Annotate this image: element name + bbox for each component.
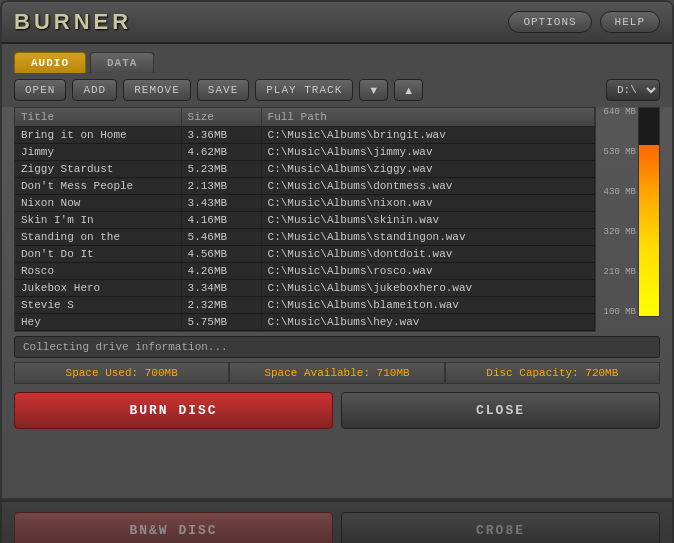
- info-bar: Space Used: 700MB Space Available: 710MB…: [14, 362, 660, 384]
- track-size: 4.56MB: [182, 246, 262, 262]
- track-size: 5.46MB: [182, 229, 262, 245]
- track-size: 2.32MB: [182, 297, 262, 313]
- track-title: Jukebox Hero: [15, 280, 182, 296]
- table-row[interactable]: Jukebox Hero 3.34MB C:\Music\Albums\juke…: [15, 280, 595, 297]
- track-size: 4.26MB: [182, 263, 262, 279]
- track-list: Title Size Full Path Bring it on Home 3.…: [14, 107, 596, 332]
- meter-labels: 640 MB 530 MB 430 MB 320 MB 210 MB 100 M…: [604, 107, 636, 317]
- ghost-burn-button[interactable]: BN&W DISC: [14, 512, 333, 544]
- drive-select[interactable]: D:\ E:\ F:\: [606, 79, 660, 101]
- label-210: 210 MB: [604, 267, 636, 277]
- table-row[interactable]: Stevie S 2.32MB C:\Music\Albums\blameito…: [15, 297, 595, 314]
- table-row[interactable]: Standing on the 5.46MB C:\Music\Albums\s…: [15, 229, 595, 246]
- track-title: Hey: [15, 314, 182, 330]
- content-area: Title Size Full Path Bring it on Home 3.…: [2, 107, 672, 332]
- table-row[interactable]: Don't Do It 4.56MB C:\Music\Albums\dontd…: [15, 246, 595, 263]
- track-title: Standing on the: [15, 229, 182, 245]
- track-size: 3.34MB: [182, 280, 262, 296]
- label-100: 100 MB: [604, 307, 636, 317]
- table-row[interactable]: Nixon Now 3.43MB C:\Music\Albums\nixon.w…: [15, 195, 595, 212]
- arrow-down-button[interactable]: ▼: [359, 79, 388, 101]
- ghost-window: BN&W DISC CRO8E: [0, 500, 674, 543]
- table-row[interactable]: Hey 5.75MB C:\Music\Albums\hey.wav: [15, 314, 595, 331]
- track-path: C:\Music\Albums\skinin.wav: [262, 212, 595, 228]
- track-path: C:\Music\Albums\nixon.wav: [262, 195, 595, 211]
- meter-section: 640 MB 530 MB 430 MB 320 MB 210 MB 100 M…: [604, 107, 660, 332]
- burn-disc-button[interactable]: BURN DISC: [14, 392, 333, 429]
- track-path: C:\Music\Albums\bringit.wav: [262, 127, 595, 143]
- track-size: 3.43MB: [182, 195, 262, 211]
- col-size: Size: [182, 108, 262, 126]
- track-title: Rosco: [15, 263, 182, 279]
- track-path: C:\Music\Albums\ziggy.wav: [262, 161, 595, 177]
- track-title: Bring it on Home: [15, 127, 182, 143]
- track-title: Skin I'm In: [15, 212, 182, 228]
- table-row[interactable]: Skin I'm In 4.16MB C:\Music\Albums\skini…: [15, 212, 595, 229]
- tab-data[interactable]: DATA: [90, 52, 154, 73]
- space-used: Space Used: 700MB: [14, 362, 229, 384]
- track-title: Ziggy Stardust: [15, 161, 182, 177]
- save-button[interactable]: SAVE: [197, 79, 249, 101]
- track-path: C:\Music\Albums\dontdoit.wav: [262, 246, 595, 262]
- meter-bar-container: [639, 108, 659, 316]
- space-available: Space Available: 710MB: [229, 362, 444, 384]
- track-path: C:\Music\Albums\hey.wav: [262, 314, 595, 330]
- label-320: 320 MB: [604, 227, 636, 237]
- options-button[interactable]: OPTIONS: [508, 11, 591, 33]
- header: BURNER OPTIONS HELP: [2, 2, 672, 44]
- track-path: C:\Music\Albums\dontmess.wav: [262, 178, 595, 194]
- table-row[interactable]: Jimmy 4.62MB C:\Music\Albums\jimmy.wav: [15, 144, 595, 161]
- close-button[interactable]: CLOSE: [341, 392, 660, 429]
- status-text: Collecting drive information...: [23, 341, 228, 353]
- main-window: BURNER OPTIONS HELP AUDIO DATA OPEN ADD …: [0, 0, 674, 500]
- header-buttons: OPTIONS HELP: [508, 11, 660, 33]
- help-button[interactable]: HELP: [600, 11, 660, 33]
- track-size: 2.13MB: [182, 178, 262, 194]
- table-row[interactable]: Don't Mess People 2.13MB C:\Music\Albums…: [15, 178, 595, 195]
- status-bar: Collecting drive information...: [14, 336, 660, 358]
- action-bar: BURN DISC CLOSE: [14, 392, 660, 429]
- col-title: Title: [15, 108, 182, 126]
- remove-button[interactable]: REMOVE: [123, 79, 191, 101]
- app-title: BURNER: [14, 9, 132, 35]
- track-path: C:\Music\Albums\jimmy.wav: [262, 144, 595, 160]
- add-button[interactable]: ADD: [72, 79, 117, 101]
- track-title: Don't Mess People: [15, 178, 182, 194]
- tab-bar: AUDIO DATA: [2, 44, 672, 73]
- track-path: C:\Music\Albums\rosco.wav: [262, 263, 595, 279]
- track-path: C:\Music\Albums\standingon.wav: [262, 229, 595, 245]
- track-path: C:\Music\Albums\blameiton.wav: [262, 297, 595, 313]
- meter-fill: [639, 145, 659, 316]
- track-size: 4.62MB: [182, 144, 262, 160]
- arrow-up-button[interactable]: ▲: [394, 79, 423, 101]
- label-430: 430 MB: [604, 187, 636, 197]
- open-button[interactable]: OPEN: [14, 79, 66, 101]
- col-path: Full Path: [262, 108, 595, 126]
- track-title: Don't Do It: [15, 246, 182, 262]
- track-title: Nixon Now: [15, 195, 182, 211]
- label-530: 530 MB: [604, 147, 636, 157]
- table-row[interactable]: Bring it on Home 3.36MB C:\Music\Albums\…: [15, 127, 595, 144]
- track-path: C:\Music\Albums\jukeboxhero.wav: [262, 280, 595, 296]
- table-header: Title Size Full Path: [15, 108, 595, 127]
- disc-capacity: Disc Capacity: 720MB: [445, 362, 660, 384]
- table-row[interactable]: Rosco 4.26MB C:\Music\Albums\rosco.wav: [15, 263, 595, 280]
- capacity-meter: [638, 107, 660, 317]
- track-size: 5.75MB: [182, 314, 262, 330]
- track-rows: Bring it on Home 3.36MB C:\Music\Albums\…: [15, 127, 595, 331]
- track-title: Jimmy: [15, 144, 182, 160]
- track-size: 4.16MB: [182, 212, 262, 228]
- track-size: 5.23MB: [182, 161, 262, 177]
- label-640: 640 MB: [604, 107, 636, 117]
- track-title: Stevie S: [15, 297, 182, 313]
- tab-audio[interactable]: AUDIO: [14, 52, 86, 73]
- play-track-button[interactable]: PLAY TRACK: [255, 79, 353, 101]
- track-size: 3.36MB: [182, 127, 262, 143]
- ghost-close-button[interactable]: CRO8E: [341, 512, 660, 544]
- table-row[interactable]: Ziggy Stardust 5.23MB C:\Music\Albums\zi…: [15, 161, 595, 178]
- toolbar: OPEN ADD REMOVE SAVE PLAY TRACK ▼ ▲ D:\ …: [2, 73, 672, 107]
